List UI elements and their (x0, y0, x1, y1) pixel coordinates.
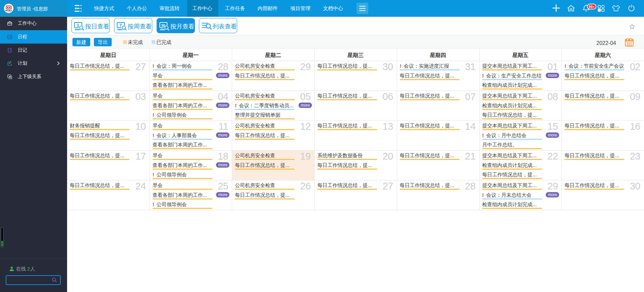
svg-text:30: 30 (161, 23, 165, 27)
svg-text:•POWER: •POWER (6, 11, 11, 13)
svg-text:7: 7 (119, 23, 121, 28)
svg-text:1: 1 (77, 23, 79, 28)
svg-text:华天动力: 华天动力 (5, 9, 12, 11)
